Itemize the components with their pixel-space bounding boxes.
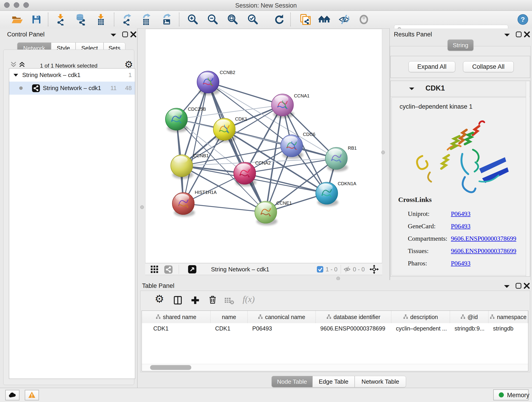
edge-CCNB2-CCNE1[interactable]: [208, 82, 266, 212]
string-tab-icon[interactable]: [164, 265, 173, 274]
table-options-gear-icon[interactable]: ⚙: [155, 293, 164, 305]
fit-content-crosshair-icon[interactable]: [369, 264, 379, 274]
show-columns-icon[interactable]: [172, 295, 183, 306]
node-CDK1[interactable]: [213, 118, 236, 142]
gene-section-header[interactable]: CDK1: [391, 81, 530, 97]
column-header-shared-name[interactable]: shared name: [142, 311, 210, 323]
tab-network-table[interactable]: Network Table: [355, 376, 406, 387]
expand-all-button[interactable]: Expand All: [409, 61, 455, 72]
node-CDKN1A[interactable]: [316, 182, 338, 206]
import-table-icon[interactable]: [95, 13, 107, 26]
node-HIST1H1A[interactable]: [172, 192, 195, 217]
collapse-panel-icon[interactable]: [504, 284, 510, 288]
import-network-icon[interactable]: [55, 13, 66, 26]
table-panel-tabs: Node TableEdge TableNetwork Table: [272, 376, 406, 387]
zoom-fit-icon[interactable]: [227, 13, 239, 26]
edge-CCNB2-HIST1H1A[interactable]: [183, 82, 208, 204]
node-CCNA1[interactable]: [272, 94, 294, 118]
edge-CCNB2-CCNA1[interactable]: [208, 82, 283, 105]
duplicate-network-icon[interactable]: [299, 13, 311, 26]
section-expander-icon[interactable]: [409, 87, 414, 91]
help-icon[interactable]: ?: [517, 14, 528, 26]
column-header-canonical-name[interactable]: canonical name: [248, 311, 316, 323]
table-cell[interactable]: CDK1: [210, 323, 248, 334]
close-panel-icon[interactable]: [130, 31, 137, 38]
splitter-handle[interactable]: [381, 151, 385, 154]
node-CCNA2[interactable]: [234, 162, 256, 186]
hidden-eye-icon[interactable]: [343, 266, 351, 273]
crosslink-label: Uniprot:: [408, 210, 451, 217]
table-cell[interactable]: CDK1: [142, 323, 210, 334]
table-row[interactable]: CDK1CDK1P064939606.ENSP00000378699cyclin…: [142, 323, 528, 334]
close-panel-icon[interactable]: [524, 283, 530, 289]
crosslink-link[interactable]: 9606.ENSP00000378699: [451, 247, 516, 255]
export-table-icon[interactable]: [140, 13, 152, 26]
float-panel-icon[interactable]: [515, 31, 522, 38]
tab-string[interactable]: String: [447, 39, 474, 51]
splitter-handle[interactable]: [140, 205, 144, 209]
zoom-selected-icon[interactable]: [247, 13, 259, 26]
toolbar-separator: [179, 13, 179, 26]
table-cell[interactable]: 9606.ENSP00000378699: [316, 323, 391, 334]
tab-node-table[interactable]: Node Table: [272, 376, 312, 387]
close-panel-icon[interactable]: [524, 31, 530, 38]
crosslink-link[interactable]: P06493: [451, 260, 471, 267]
network-collection-row[interactable]: String Network – cdk1 1: [9, 69, 135, 82]
column-header-database-identifier[interactable]: database identifier: [316, 311, 391, 323]
shared-column-icon: [490, 314, 495, 320]
hide-selected-eye-icon[interactable]: [338, 13, 350, 26]
birdseye-houses-icon[interactable]: [318, 13, 330, 26]
string-network-graph[interactable]: CCNB2CCNA1CDC25BCDK1CDC6RB1CCNB1CCNA2CDK…: [146, 29, 382, 263]
import-network-database-icon[interactable]: [75, 13, 87, 26]
collapse-all-button[interactable]: Collapse All: [463, 61, 514, 72]
selected-checkbox-icon[interactable]: [317, 266, 323, 273]
column-header-description[interactable]: description: [391, 311, 450, 323]
zoom-in-icon[interactable]: [187, 13, 199, 26]
birdseye-view-icon[interactable]: [188, 265, 196, 274]
add-column-icon[interactable]: [190, 295, 201, 306]
toolbar-separator: [48, 13, 48, 26]
network-canvas[interactable]: CCNB2CCNA1CDC25BCDK1CDC6RB1CCNB1CCNA2CDK…: [145, 29, 382, 263]
crosslink-link[interactable]: 9606.ENSP00000378699: [451, 235, 516, 242]
export-network-icon[interactable]: [121, 13, 133, 26]
grid-view-icon[interactable]: [151, 266, 158, 274]
refresh-view-icon[interactable]: [273, 13, 285, 26]
crosslink-label: Tissues:: [408, 247, 451, 255]
table-cell[interactable]: stringdb: [488, 323, 528, 334]
node-CCNB1[interactable]: [171, 155, 193, 179]
zoom-out-icon[interactable]: [207, 13, 219, 26]
cloud-status-button[interactable]: [5, 390, 19, 400]
delete-column-icon[interactable]: [207, 294, 218, 305]
column-label: description: [410, 314, 438, 320]
node-RB1[interactable]: [325, 147, 348, 172]
results-scrollbar[interactable]: [526, 81, 530, 276]
memory-button[interactable]: Memory: [493, 389, 529, 400]
node-CCNE1[interactable]: [255, 201, 278, 225]
float-panel-icon[interactable]: [122, 31, 128, 38]
collapse-panel-icon[interactable]: [110, 33, 116, 37]
open-session-icon[interactable]: [11, 13, 23, 26]
table-cell[interactable]: P06493: [248, 323, 316, 334]
crosslink-link[interactable]: P06493: [451, 223, 471, 230]
collapse-panel-icon[interactable]: [504, 33, 510, 37]
crosslink-link[interactable]: P06493: [451, 210, 471, 217]
table-cell[interactable]: cyclin–dependent ...: [391, 323, 450, 334]
shared-column-icon: [258, 314, 263, 320]
network-row-selected[interactable]: String Network – cdk1 11 48: [9, 82, 135, 95]
tree-expander-icon[interactable]: [13, 73, 18, 77]
scrollbar-thumb[interactable]: [150, 365, 191, 370]
column-header-name[interactable]: name: [210, 311, 248, 323]
column-header-namespace[interactable]: namespace: [488, 311, 528, 323]
tab-edge-table[interactable]: Edge Table: [312, 376, 355, 387]
node-CDC6[interactable]: [281, 135, 303, 159]
node-CDC25B[interactable]: [165, 108, 188, 132]
column-header-@id[interactable]: @id: [450, 311, 488, 323]
export-image-icon[interactable]: [161, 13, 172, 26]
node-CCNB2[interactable]: [197, 71, 220, 95]
table-cell[interactable]: stringdb:9...: [450, 323, 488, 334]
float-panel-icon[interactable]: [515, 283, 522, 289]
splitter-handle[interactable]: [336, 277, 340, 280]
main-toolbar: ?: [0, 11, 532, 29]
warning-status-button[interactable]: [25, 390, 39, 400]
save-session-icon[interactable]: [31, 13, 42, 26]
